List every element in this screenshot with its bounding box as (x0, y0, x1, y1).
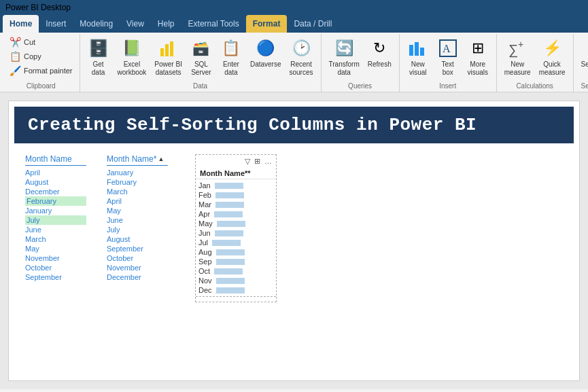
sensitivity-label: Sensitivity (578, 81, 588, 92)
copy-icon: 📋 (10, 51, 21, 62)
col2-item-may: May (107, 206, 168, 215)
transform-data-button[interactable]: 🔄 Transform data (326, 35, 363, 79)
insert-label: Insert (404, 81, 492, 92)
calculations-label: Calculations (501, 81, 569, 92)
col2-item-july: July (107, 225, 168, 234)
dataverse-icon: 🔵 (255, 37, 277, 59)
more-visuals-icon: ⊞ (467, 37, 489, 59)
col2-item-march: March (107, 187, 168, 196)
quick-measure-button[interactable]: ⚡ Quick measure (536, 35, 569, 79)
excel-workbook-button[interactable]: 📗 Excel workbook (114, 35, 150, 79)
sensitivity-button[interactable]: 🔒 Sensitivity (578, 35, 588, 71)
slicer-expand-icon[interactable]: ⊞ (254, 157, 260, 166)
col2-item-december: December (107, 272, 168, 282)
refresh-icon: ↻ (368, 37, 390, 59)
excel-icon: 📗 (121, 37, 143, 59)
svg-rect-5 (420, 48, 424, 56)
content-area: Creating Self-Sorting Columns in Power B… (0, 92, 588, 389)
slicer-toolbar: ▽ ⊞ … (196, 155, 276, 168)
col1-item-may: May (25, 244, 86, 253)
svg-rect-2 (170, 41, 173, 56)
col1-header: Month Name (25, 154, 86, 166)
col2-header: Month Name* ▲ (107, 154, 168, 166)
slicer-item: Jul (198, 238, 273, 247)
slicer-item: Dec (198, 285, 273, 295)
power-bi-datasets-button[interactable]: Power BI datasets (151, 35, 186, 79)
format-painter-button[interactable]: 🖌️ Format painter (7, 64, 75, 77)
svg-text:A: A (443, 43, 451, 54)
col1-item-september: September (25, 272, 86, 282)
refresh-button[interactable]: ↻ Refresh (364, 35, 395, 71)
svg-text:+: + (518, 39, 523, 50)
tab-data-drill[interactable]: Data / Drill (287, 15, 339, 33)
col1-item-june: June (25, 225, 86, 234)
slicer-resize-handle[interactable] (196, 296, 276, 302)
get-data-button[interactable]: 🗄️ Get data (84, 35, 113, 79)
text-box-icon: A (437, 37, 459, 59)
transform-icon: 🔄 (333, 37, 355, 59)
cut-icon: ✂️ (10, 37, 21, 48)
col2-item-april: April (107, 196, 168, 206)
report-canvas: Creating Self-Sorting Columns in Power B… (8, 101, 580, 381)
tab-format[interactable]: Format (246, 15, 288, 33)
svg-text:∑: ∑ (508, 42, 518, 58)
slicer-filter-icon[interactable]: ▽ (245, 157, 250, 166)
more-visuals-button[interactable]: ⊞ More visuals (464, 35, 492, 79)
new-measure-button[interactable]: ∑+ New measure (501, 35, 534, 79)
dataverse-button[interactable]: 🔵 Dataverse (247, 35, 285, 71)
queries-group: 🔄 Transform data ↻ Refresh Queries (322, 34, 400, 92)
cut-button[interactable]: ✂️ Cut (7, 35, 38, 49)
col1-item-august: August (25, 177, 86, 187)
new-visual-icon (407, 37, 429, 59)
enter-data-icon: 📋 (220, 37, 242, 59)
sort-arrow: ▲ (158, 156, 164, 162)
slicer-item: Feb (198, 190, 273, 200)
recent-sources-button[interactable]: 🕑 Recent sources (286, 35, 317, 79)
col1-item-november: November (25, 253, 86, 263)
new-visual-button[interactable]: New visual (404, 35, 432, 79)
copy-button[interactable]: 📋 Copy (7, 50, 44, 63)
slicer-item: Oct (198, 266, 273, 276)
col2-item-august: August (107, 234, 168, 244)
slicer-items[interactable]: Jan Feb Mar Apr May Jun Jul Aug Sep Oct … (196, 179, 276, 296)
enter-data-button[interactable]: 📋 Enter data (217, 35, 245, 79)
quick-measure-icon: ⚡ (541, 37, 563, 59)
insert-group: New visual A Text box ⊞ More visuals Ins… (400, 34, 497, 92)
col2-item-january: January (107, 168, 168, 177)
slicer-widget: ▽ ⊞ … Month Name** Jan Feb Mar Apr May J… (195, 154, 277, 302)
svg-rect-0 (160, 48, 164, 56)
queries-label: Queries (326, 81, 395, 92)
text-box-button[interactable]: A Text box (434, 35, 462, 79)
col2-item-november: November (107, 263, 168, 272)
col2-item-february: February (107, 177, 168, 187)
sql-icon: 🗃️ (190, 37, 212, 59)
slicer-item: Jan (198, 181, 273, 190)
tab-modeling[interactable]: Modeling (73, 15, 120, 33)
col1-item-december: December (25, 187, 86, 196)
sql-server-button[interactable]: 🗃️ SQL Server (187, 35, 215, 79)
data-group: 🗄️ Get data 📗 Excel workbook Power BI da… (80, 34, 322, 92)
report-title: Creating Self-Sorting Columns in Power B… (28, 115, 477, 135)
col1-item-april: April (25, 168, 86, 177)
power-bi-icon (158, 37, 179, 59)
tab-insert[interactable]: Insert (39, 15, 73, 33)
col1-item-january: January (25, 206, 86, 215)
ribbon: ✂️ Cut 📋 Copy 🖌️ Format painter Clipboar… (0, 33, 588, 92)
tab-external-tools[interactable]: External Tools (181, 15, 246, 33)
data-label: Data (84, 81, 317, 92)
get-data-icon: 🗄️ (88, 37, 109, 59)
tab-view[interactable]: View (120, 15, 151, 33)
slicer-item: Mar (198, 200, 273, 209)
tab-help[interactable]: Help (151, 15, 181, 33)
col1-item-october: October (25, 263, 86, 272)
clipboard-group: ✂️ Cut 📋 Copy 🖌️ Format painter Clipboar… (3, 34, 80, 92)
col1-item-july: July (25, 215, 86, 225)
slicer-header: Month Name** (196, 168, 276, 179)
tab-home[interactable]: Home (3, 15, 39, 33)
menu-tabs: Home Insert Modeling View Help External … (0, 15, 588, 33)
column-month-name-star: Month Name* ▲ January February March Apr… (107, 154, 168, 302)
title-bar-text: Power BI Desktop (5, 3, 71, 12)
slicer-item: Sep (198, 257, 273, 266)
slicer-more-icon[interactable]: … (264, 157, 272, 166)
sensitivity-icon: 🔒 (585, 37, 588, 59)
